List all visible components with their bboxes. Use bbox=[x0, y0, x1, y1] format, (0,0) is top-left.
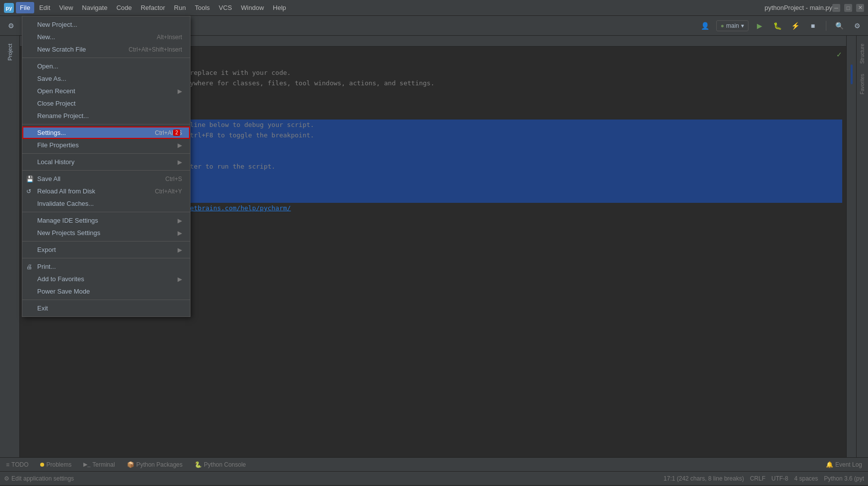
settings-badge: 2 bbox=[173, 129, 180, 136]
scroll-indicator[interactable] bbox=[851, 64, 853, 84]
edit-settings-icon: ⚙ bbox=[4, 475, 9, 482]
menu-run[interactable]: Run bbox=[170, 2, 190, 13]
menu-file-properties[interactable]: File Properties ▶ bbox=[22, 139, 190, 151]
app-icon: py bbox=[4, 3, 14, 13]
event-log-icon: 🔔 bbox=[826, 461, 833, 468]
menu-print[interactable]: 🖨 Print... bbox=[22, 260, 190, 273]
python-console-label: Python Console bbox=[204, 461, 246, 468]
close-button[interactable]: ✕ bbox=[856, 4, 864, 12]
menu-label: New Project... bbox=[37, 21, 77, 28]
menu-edit[interactable]: Edit bbox=[35, 2, 54, 13]
menu-label: Save All bbox=[37, 175, 61, 182]
python-packages-icon: 📦 bbox=[127, 461, 134, 468]
menu-save-as[interactable]: Save As... bbox=[22, 72, 190, 85]
menu-sep1 bbox=[22, 58, 190, 58]
menu-shortcut: Ctrl+Alt+Shift+Insert bbox=[128, 46, 182, 53]
terminal-icon: ▶_ bbox=[83, 461, 90, 468]
encoding[interactable]: UTF-8 bbox=[771, 475, 788, 482]
menu-new-scratch[interactable]: New Scratch File Ctrl+Alt+Shift+Insert bbox=[22, 43, 190, 56]
menu-label: Close Project bbox=[37, 100, 75, 107]
menu-code[interactable]: Code bbox=[113, 2, 136, 13]
menu-new-projects-settings[interactable]: New Projects Settings ▶ bbox=[22, 227, 190, 239]
menu-refactor[interactable]: Refactor bbox=[137, 2, 169, 13]
python-version[interactable]: Python 3.6 (pyt bbox=[824, 475, 864, 482]
menu-vcs[interactable]: VCS bbox=[215, 2, 236, 13]
maximize-button[interactable]: □ bbox=[844, 4, 852, 12]
menu-export[interactable]: Export ▶ bbox=[22, 243, 190, 256]
valid-indicator: ✓ bbox=[836, 51, 842, 59]
terminal-label: Terminal bbox=[92, 461, 115, 468]
minimize-button[interactable]: ─ bbox=[832, 4, 840, 12]
submenu-arrow-icon: ▶ bbox=[178, 276, 182, 283]
run-options-button[interactable]: ⚡ bbox=[788, 19, 802, 33]
debug-button[interactable]: 🐛 bbox=[770, 19, 784, 33]
sidebar-tab-project[interactable]: Project bbox=[5, 40, 15, 64]
menu-shortcut: Ctrl+Alt+Y bbox=[155, 188, 182, 195]
stop-button[interactable]: ■ bbox=[806, 19, 820, 33]
menu-sep6 bbox=[22, 241, 190, 242]
bottom-tab-bar: ≡ TODO Problems ▶_ Terminal 📦 Python Pac… bbox=[0, 457, 868, 471]
left-sidebar: Project bbox=[0, 36, 20, 457]
menu-save-all[interactable]: 💾 Save All Ctrl+S bbox=[22, 173, 190, 185]
branch-button[interactable]: ● main ▾ bbox=[716, 20, 748, 31]
python-packages-tab[interactable]: 📦 Python Packages bbox=[125, 460, 185, 469]
terminal-tab[interactable]: ▶_ Terminal bbox=[81, 460, 117, 469]
menu-tools[interactable]: Tools bbox=[191, 2, 214, 13]
menu-new-project[interactable]: New Project... bbox=[22, 18, 190, 31]
branch-dot: ● bbox=[721, 22, 724, 29]
python-console-tab[interactable]: 🐍 Python Console bbox=[192, 460, 248, 469]
status-bar: ⚙ Edit application settings 17:1 (242 ch… bbox=[0, 471, 868, 485]
menu-view[interactable]: View bbox=[55, 2, 77, 13]
menu-invalidate[interactable]: Invalidate Caches... bbox=[22, 197, 190, 210]
menu-rename-project[interactable]: Rename Project... bbox=[22, 110, 190, 122]
menu-open-recent[interactable]: Open Recent ▶ bbox=[22, 85, 190, 97]
menu-navigate[interactable]: Navigate bbox=[78, 2, 111, 13]
todo-tab[interactable]: ≡ TODO bbox=[4, 460, 30, 469]
python-packages-label: Python Packages bbox=[136, 461, 183, 468]
menu-label: New... bbox=[37, 33, 55, 41]
menu-reload[interactable]: ↺ Reload All from Disk Ctrl+Alt+Y bbox=[22, 185, 190, 197]
user-icon[interactable]: 👤 bbox=[698, 19, 712, 33]
indent-setting[interactable]: 4 spaces bbox=[794, 475, 818, 482]
submenu-arrow-icon: ▶ bbox=[178, 217, 182, 224]
menu-file[interactable]: File bbox=[16, 2, 34, 13]
edit-settings-label[interactable]: Edit application settings bbox=[11, 475, 74, 482]
menu-window[interactable]: Window bbox=[237, 2, 268, 13]
event-log-label: Event Log bbox=[835, 461, 862, 468]
menu-new[interactable]: New... Alt+Insert bbox=[22, 31, 190, 43]
cursor-position[interactable]: 17:1 (242 chars, 8 line breaks) bbox=[664, 475, 744, 482]
status-left: ⚙ Edit application settings bbox=[4, 475, 74, 482]
title-bar: py File Edit View Navigate Code Refactor… bbox=[0, 0, 868, 16]
menu-label: Manage IDE Settings bbox=[37, 217, 98, 224]
menu-open[interactable]: Open... bbox=[22, 60, 190, 72]
settings-toolbar-button[interactable]: ⚙ bbox=[4, 19, 18, 33]
menu-sep4 bbox=[22, 170, 190, 171]
search-button[interactable]: 🔍 bbox=[832, 19, 846, 33]
menu-close-project[interactable]: Close Project bbox=[22, 97, 190, 110]
menu-manage-ide[interactable]: Manage IDE Settings ▶ bbox=[22, 214, 190, 227]
run-button[interactable]: ▶ bbox=[752, 19, 766, 33]
python-console-icon: 🐍 bbox=[194, 461, 202, 468]
line-ending[interactable]: CRLF bbox=[750, 475, 765, 482]
window-controls: ─ □ ✕ bbox=[832, 4, 864, 12]
problems-label: Problems bbox=[46, 461, 71, 468]
submenu-arrow-icon: ▶ bbox=[178, 159, 182, 166]
right-sidebar bbox=[846, 36, 856, 457]
menu-settings[interactable]: Settings... Ctrl+Alt+S 2 bbox=[22, 126, 190, 139]
submenu-arrow-icon: ▶ bbox=[178, 246, 182, 253]
menu-help[interactable]: Help bbox=[269, 2, 290, 13]
menu-label: Local History bbox=[37, 158, 74, 166]
gear-button[interactable]: ⚙ bbox=[850, 19, 864, 33]
menu-label: New Projects Settings bbox=[37, 229, 100, 237]
menu-exit[interactable]: Exit bbox=[22, 302, 190, 314]
favorites-tab[interactable]: Favorites bbox=[858, 70, 867, 98]
event-log-tab[interactable]: 🔔 Event Log bbox=[824, 460, 864, 469]
menu-label: Export bbox=[37, 246, 56, 253]
event-log-area: 🔔 Event Log bbox=[824, 460, 864, 469]
menu-power-save[interactable]: Power Save Mode bbox=[22, 285, 190, 298]
structure-tab[interactable]: Structure bbox=[858, 40, 867, 68]
problems-tab[interactable]: Problems bbox=[38, 460, 73, 469]
menu-local-history[interactable]: Local History ▶ bbox=[22, 156, 190, 168]
menu-add-favorites[interactable]: Add to Favorites ▶ bbox=[22, 273, 190, 285]
menu-label: Exit bbox=[37, 304, 48, 312]
